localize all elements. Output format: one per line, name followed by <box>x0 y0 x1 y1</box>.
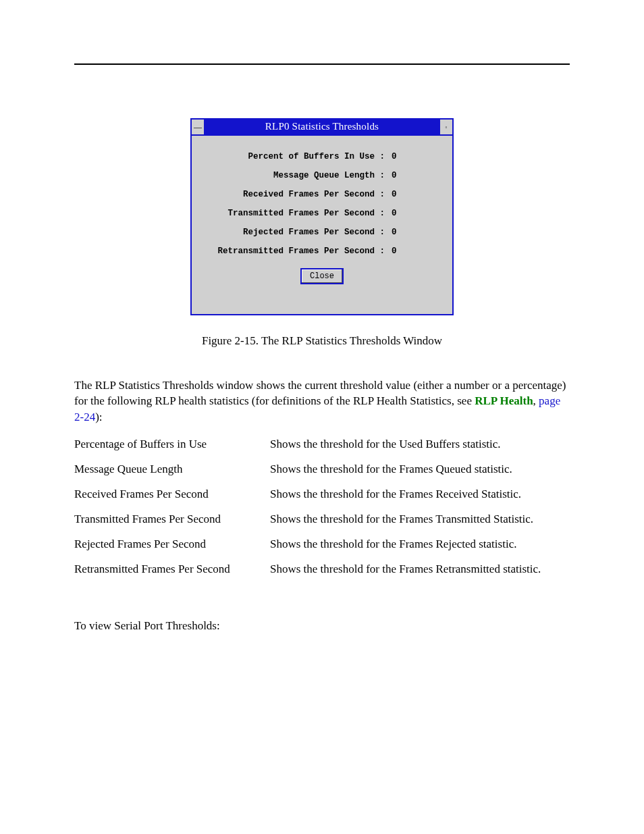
definition-row: Transmitted Frames Per Second Shows the … <box>74 512 570 527</box>
para-text: ): <box>95 411 102 423</box>
stat-value: 0 <box>389 209 397 218</box>
definition-term: Rejected Frames Per Second <box>74 537 270 552</box>
stat-value: 0 <box>389 228 397 237</box>
stat-value: 0 <box>389 152 397 161</box>
window-titlebar: — RLP0 Statistics Thresholds ▫ <box>190 118 454 136</box>
stat-value: 0 <box>389 171 397 180</box>
stat-row: Rejected Frames Per Second : 0 <box>204 228 440 237</box>
stat-row: Transmitted Frames Per Second : 0 <box>204 209 440 218</box>
definition-row: Received Frames Per Second Shows the thr… <box>74 487 570 502</box>
stat-label: Percent of Buffers In Use : <box>204 152 389 161</box>
stat-label: Retransmitted Frames Per Second : <box>204 246 389 256</box>
definition-description: Shows the threshold for the Used Buffers… <box>270 437 570 452</box>
definition-row: Percentage of Buffers in Use Shows the t… <box>74 437 570 452</box>
definition-term: Received Frames Per Second <box>74 487 270 502</box>
stat-row: Retransmitted Frames Per Second : 0 <box>204 246 440 256</box>
stat-value: 0 <box>389 190 397 199</box>
rlp-health-link[interactable]: RLP Health <box>475 394 533 407</box>
definition-description: Shows the threshold for the Frames Recei… <box>270 487 570 502</box>
stat-row: Received Frames Per Second : 0 <box>204 190 440 199</box>
header-rule <box>74 63 570 65</box>
tail-paragraph: To view Serial Port Thresholds: <box>74 619 570 633</box>
definition-row: Rejected Frames Per Second Shows the thr… <box>74 537 570 552</box>
definition-row: Retransmitted Frames Per Second Shows th… <box>74 562 570 577</box>
stat-label: Transmitted Frames Per Second : <box>204 209 389 218</box>
figure-container: — RLP0 Statistics Thresholds ▫ Percent o… <box>74 118 570 315</box>
stat-label: Message Queue Length : <box>204 171 389 180</box>
statistics-thresholds-window: — RLP0 Statistics Thresholds ▫ Percent o… <box>190 118 454 315</box>
definition-row: Message Queue Length Shows the threshold… <box>74 462 570 477</box>
definition-description: Shows the threshold for the Frames Queue… <box>270 462 570 477</box>
definition-term: Retransmitted Frames Per Second <box>74 562 270 577</box>
definition-description: Shows the threshold for the Frames Rejec… <box>270 537 570 552</box>
definition-term: Message Queue Length <box>74 462 270 477</box>
stat-row: Message Queue Length : 0 <box>204 171 440 180</box>
stat-value: 0 <box>389 246 397 256</box>
definition-term: Percentage of Buffers in Use <box>74 437 270 452</box>
stat-label: Rejected Frames Per Second : <box>204 228 389 237</box>
definition-list: Percentage of Buffers in Use Shows the t… <box>74 437 570 577</box>
stat-row: Percent of Buffers In Use : 0 <box>204 152 440 161</box>
window-menu-button[interactable]: — <box>192 120 205 134</box>
window-title: RLP0 Statistics Thresholds <box>205 120 439 134</box>
definition-description: Shows the threshold for the Frames Retra… <box>270 562 570 577</box>
definition-description: Shows the threshold for the Frames Trans… <box>270 512 570 527</box>
para-text: , <box>533 394 539 407</box>
stat-label: Received Frames Per Second : <box>204 190 389 199</box>
intro-paragraph: The RLP Statistics Thresholds window sho… <box>74 377 570 425</box>
figure-caption: Figure 2-15. The RLP Statistics Threshol… <box>74 334 570 348</box>
close-button[interactable]: Close <box>300 268 344 284</box>
window-body: Percent of Buffers In Use : 0 Message Qu… <box>190 136 454 315</box>
window-resize-button[interactable]: ▫ <box>439 120 452 134</box>
definition-term: Transmitted Frames Per Second <box>74 512 270 527</box>
